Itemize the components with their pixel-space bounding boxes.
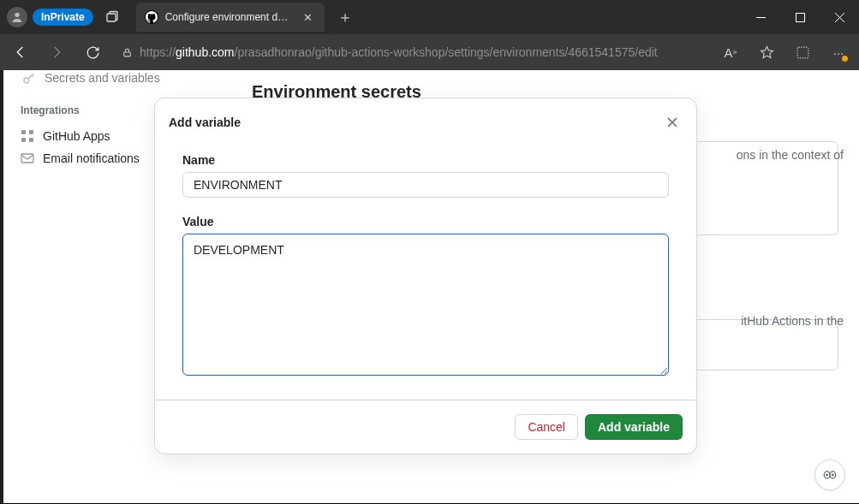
add-variable-modal: Add variable Name Value Cancel Add varia… (154, 98, 697, 454)
window-controls (741, 0, 859, 34)
tab-actions-icon[interactable] (105, 10, 129, 24)
variable-name-input[interactable] (182, 172, 669, 198)
variable-value-textarea[interactable] (182, 234, 669, 376)
copilot-fab[interactable] (814, 460, 845, 490)
back-button[interactable] (9, 40, 33, 64)
value-label: Value (182, 215, 669, 228)
inprivate-badge: InPrivate (33, 9, 93, 26)
favorite-icon[interactable] (755, 40, 778, 64)
svg-rect-3 (124, 51, 131, 56)
window-close-button[interactable] (820, 0, 859, 34)
url-text: https://github.com/prasadhonrao/github-a… (140, 45, 658, 59)
url-host: github.com (176, 45, 234, 59)
svg-rect-4 (797, 47, 808, 58)
svg-rect-1 (107, 14, 116, 21)
address-bar: https://github.com/prasadhonrao/github-a… (0, 34, 859, 70)
modal-overlay: Add variable Name Value Cancel Add varia… (0, 70, 859, 504)
refresh-button[interactable] (81, 40, 104, 64)
add-variable-button[interactable]: Add variable (585, 414, 683, 440)
tab-close-icon[interactable]: ✕ (301, 11, 316, 24)
tab-title: Configure environment dev · pras (165, 11, 294, 23)
url-prefix: https:// (140, 45, 176, 59)
notification-dot (842, 56, 848, 62)
window-titlebar: InPrivate Configure environment dev · pr… (0, 0, 859, 34)
svg-point-14 (832, 474, 834, 476)
svg-point-13 (826, 474, 828, 476)
read-aloud-icon[interactable]: A» (719, 40, 743, 64)
window-maximize-button[interactable] (780, 0, 820, 34)
extensions-icon[interactable] (790, 40, 814, 64)
svg-point-0 (15, 13, 19, 17)
window-minimize-button[interactable] (741, 0, 780, 34)
svg-rect-2 (796, 13, 804, 21)
url-field[interactable]: https://github.com/prasadhonrao/github-a… (116, 39, 707, 66)
url-path: /prasadhonrao/github-actions-workshop/se… (235, 45, 658, 59)
lock-icon (122, 47, 133, 58)
more-menu-icon[interactable]: ··· (826, 40, 850, 64)
browser-tab[interactable]: Configure environment dev · pras ✕ (136, 3, 325, 32)
github-favicon (145, 10, 158, 24)
page-body: Secrets and variables Integrations GitHu… (0, 70, 859, 504)
name-label: Name (182, 153, 669, 167)
forward-button (45, 40, 69, 64)
new-tab-button[interactable]: ＋ (333, 7, 357, 27)
modal-title: Add variable (169, 116, 662, 129)
modal-close-button[interactable] (662, 112, 683, 133)
cancel-button[interactable]: Cancel (515, 414, 578, 440)
profile-avatar[interactable] (7, 7, 27, 27)
